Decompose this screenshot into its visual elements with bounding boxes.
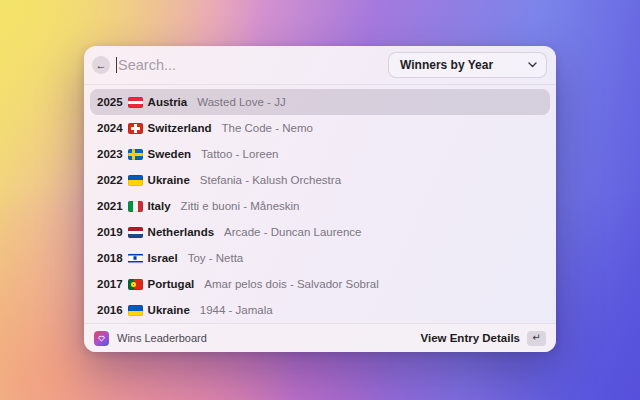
- entry-year: 2024: [97, 122, 123, 134]
- entry-country: Sweden: [148, 148, 191, 160]
- mode-dropdown-value: Winners by Year: [400, 58, 493, 72]
- list-item-2021[interactable]: 2021 Italy Zitti e buoni - Måneskin: [90, 193, 550, 219]
- search-field-wrap: [116, 57, 378, 73]
- sweden-flag-icon: [128, 149, 143, 160]
- entry-year: 2025: [97, 96, 123, 108]
- view-entry-details-button[interactable]: View Entry Details ↵: [421, 331, 547, 346]
- list-item-2018[interactable]: 2018 Israel Toy - Netta: [90, 245, 550, 271]
- entry-song-artist: The Code - Nemo: [222, 122, 313, 134]
- entry-song-artist: Wasted Love - JJ: [197, 96, 285, 108]
- search-header: ← Winners by Year: [84, 46, 556, 85]
- entry-country: Ukraine: [148, 304, 190, 316]
- entry-song-artist: Tattoo - Loreen: [201, 148, 278, 160]
- list-item-2019[interactable]: 2019 Netherlands Arcade - Duncan Laurenc…: [90, 219, 550, 245]
- entry-song-artist: Arcade - Duncan Laurence: [224, 226, 361, 238]
- switzerland-flag-icon: [128, 123, 143, 134]
- mode-dropdown[interactable]: Winners by Year: [388, 52, 547, 78]
- back-button[interactable]: ←: [92, 56, 110, 74]
- entry-country: Netherlands: [148, 226, 214, 238]
- entry-year: 2022: [97, 174, 123, 186]
- heart-app-icon: [94, 331, 109, 346]
- israel-flag-icon: [128, 253, 143, 264]
- heart-icon: [97, 334, 106, 343]
- netherlands-flag-icon: [128, 227, 143, 238]
- entry-country: Portugal: [148, 278, 195, 290]
- list-item-2017[interactable]: 2017 Portugal Amar pelos dois - Salvador…: [90, 271, 550, 297]
- portugal-flag-icon: [128, 279, 143, 290]
- entry-year: 2023: [97, 148, 123, 160]
- footer-bar: Wins Leaderboard View Entry Details ↵: [84, 323, 556, 352]
- italy-flag-icon: [128, 201, 143, 212]
- return-glyph: ↵: [532, 333, 540, 343]
- entry-year: 2016: [97, 304, 123, 316]
- entry-country: Austria: [148, 96, 188, 108]
- entry-song-artist: 1944 - Jamala: [200, 304, 273, 316]
- return-key-icon: ↵: [527, 331, 546, 346]
- chevron-down-icon: [528, 62, 537, 68]
- entry-song-artist: Toy - Netta: [188, 252, 244, 264]
- app-name-label: Wins Leaderboard: [117, 332, 207, 344]
- search-input[interactable]: [117, 57, 378, 73]
- launcher-window: ← Winners by Year 2025 Austria Wasted Lo…: [84, 46, 556, 352]
- entry-year: 2021: [97, 200, 123, 212]
- entry-song-artist: Zitti e buoni - Måneskin: [181, 200, 300, 212]
- list-item-2016[interactable]: 2016 Ukraine 1944 - Jamala: [90, 297, 550, 323]
- ukraine-flag-icon: [128, 305, 143, 316]
- list-item-2023[interactable]: 2023 Sweden Tattoo - Loreen: [90, 141, 550, 167]
- entry-song-artist: Amar pelos dois - Salvador Sobral: [204, 278, 379, 290]
- entry-country: Switzerland: [148, 122, 212, 134]
- austria-flag-icon: [128, 97, 143, 108]
- entry-country: Italy: [148, 200, 171, 212]
- list-item-2022[interactable]: 2022 Ukraine Stefania - Kalush Orchestra: [90, 167, 550, 193]
- action-label: View Entry Details: [421, 332, 521, 344]
- entry-year: 2019: [97, 226, 123, 238]
- entry-country: Ukraine: [148, 174, 190, 186]
- back-arrow-icon: ←: [96, 60, 107, 71]
- list-item-2025[interactable]: 2025 Austria Wasted Love - JJ: [90, 89, 550, 115]
- entry-country: Israel: [148, 252, 178, 264]
- ukraine-flag-icon: [128, 175, 143, 186]
- entry-year: 2017: [97, 278, 123, 290]
- entry-year: 2018: [97, 252, 123, 264]
- results-list: 2025 Austria Wasted Love - JJ 2024 Switz…: [84, 85, 556, 323]
- entry-song-artist: Stefania - Kalush Orchestra: [200, 174, 341, 186]
- list-item-2024[interactable]: 2024 Switzerland The Code - Nemo: [90, 115, 550, 141]
